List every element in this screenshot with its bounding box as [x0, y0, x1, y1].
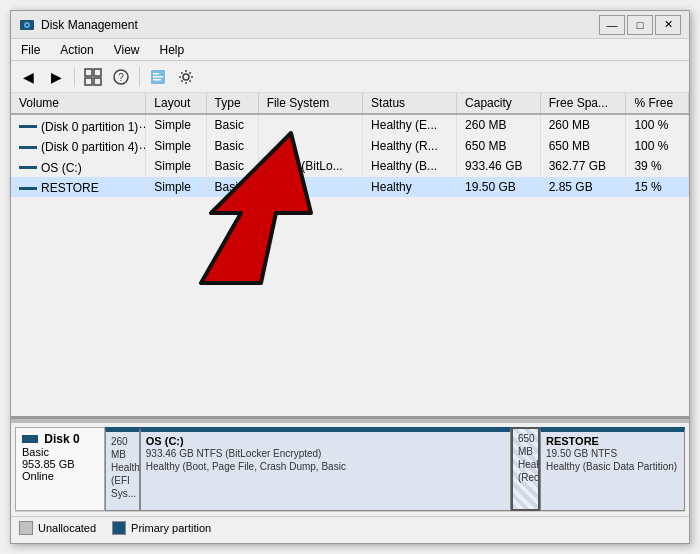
cell-status: Healthy (E...	[363, 114, 457, 136]
content-area: Volume Layout Type File System Status Ca…	[11, 93, 689, 543]
view-button[interactable]	[80, 64, 106, 90]
table-row[interactable]: (Disk 0 partition 1)SimpleBasicHealthy (…	[11, 114, 689, 136]
disk-row: Disk 0 Basic 953.85 GB Online 260 MBHeal…	[15, 427, 685, 512]
partition-restore[interactable]: RESTORE19.50 GB NTFSHealthy (Basic Data …	[540, 427, 685, 511]
disk-table: Volume Layout Type File System Status Ca…	[11, 93, 689, 197]
partition-name-os: OS (C:)	[146, 435, 505, 447]
partition-name-restore: RESTORE	[546, 435, 679, 447]
settings-button[interactable]	[173, 64, 199, 90]
cell-type: Basic	[206, 156, 258, 177]
disk-label-title: Disk 0	[22, 432, 98, 446]
partition-detail2-restore: Healthy (Basic Data Partition)	[546, 460, 679, 473]
app-icon	[19, 17, 35, 33]
cell-type: Basic	[206, 177, 258, 198]
partition-detail1-restore: 19.50 GB NTFS	[546, 447, 679, 460]
disk-size: 953.85 GB	[22, 458, 98, 470]
primary-swatch	[112, 521, 126, 535]
cell-type: Basic	[206, 136, 258, 157]
partition-detail2-os: Healthy (Boot, Page File, Crash Dump, Ba…	[146, 460, 505, 473]
col-pctfree[interactable]: % Free	[626, 93, 689, 114]
cell-layout: Simple	[146, 177, 206, 198]
disk-label-box: Disk 0 Basic 953.85 GB Online	[15, 427, 105, 511]
gear-icon	[177, 68, 195, 86]
table-row[interactable]: RESTORESimpleBasicNTFSHealthy19.50 GB2.8…	[11, 177, 689, 198]
minimize-button[interactable]: —	[599, 15, 625, 35]
col-type[interactable]: Type	[206, 93, 258, 114]
partition-detail2-efi: Healthy (EFI Sys...	[111, 461, 134, 500]
legend-primary: Primary partition	[112, 521, 211, 535]
col-free[interactable]: Free Spa...	[540, 93, 626, 114]
partition-recovery[interactable]: 650 MBHealthy (Recovery	[511, 427, 540, 511]
svg-rect-6	[94, 78, 101, 85]
menu-action[interactable]: Action	[50, 41, 103, 59]
cell-pctfree: 100 %	[626, 114, 689, 136]
table-container: Volume Layout Type File System Status Ca…	[11, 93, 689, 197]
legend-unallocated: Unallocated	[19, 521, 96, 535]
partition-detail1-efi: 260 MB	[111, 435, 134, 461]
cell-status: Healthy (R...	[363, 136, 457, 157]
cell-filesystem: NTFS (BitLo...	[258, 156, 362, 177]
disk-partitions: 260 MBHealthy (EFI Sys...OS (C:)933.46 G…	[105, 427, 685, 511]
partition-efi[interactable]: 260 MBHealthy (EFI Sys...	[105, 427, 140, 511]
top-pane: Volume Layout Type File System Status Ca…	[11, 93, 689, 419]
cell-capacity: 933.46 GB	[457, 156, 541, 177]
svg-rect-5	[85, 78, 92, 85]
disk-table-body: (Disk 0 partition 1)SimpleBasicHealthy (…	[11, 114, 689, 197]
disk-state: Online	[22, 470, 98, 482]
col-capacity[interactable]: Capacity	[457, 93, 541, 114]
menu-bar: File Action View Help	[11, 39, 689, 61]
toolbar-separator-2	[139, 67, 140, 87]
col-layout[interactable]: Layout	[146, 93, 206, 114]
cell-layout: Simple	[146, 136, 206, 157]
cell-layout: Simple	[146, 156, 206, 177]
properties-icon	[149, 68, 167, 86]
view-icon	[84, 68, 102, 86]
svg-rect-3	[85, 69, 92, 76]
title-bar-left: Disk Management	[19, 17, 138, 33]
svg-point-2	[26, 23, 28, 25]
partition-os[interactable]: OS (C:)933.46 GB NTFS (BitLocker Encrypt…	[140, 427, 511, 511]
title-bar: Disk Management — □ ✕	[11, 11, 689, 39]
toolbar: ◀ ▶ ?	[11, 61, 689, 93]
svg-rect-12	[153, 79, 161, 81]
back-button[interactable]: ◀	[15, 64, 41, 90]
window-title: Disk Management	[41, 18, 138, 32]
svg-rect-15	[22, 437, 38, 443]
unallocated-label: Unallocated	[38, 522, 96, 534]
close-button[interactable]: ✕	[655, 15, 681, 35]
legend-bar: Unallocated Primary partition	[11, 516, 689, 539]
cell-capacity: 650 MB	[457, 136, 541, 157]
cell-type: Basic	[206, 114, 258, 136]
cell-pctfree: 100 %	[626, 136, 689, 157]
svg-rect-16	[22, 435, 38, 437]
properties-button[interactable]	[145, 64, 171, 90]
disk-type: Basic	[22, 446, 98, 458]
help-icon: ?	[112, 68, 130, 86]
main-window: Disk Management — □ ✕ File Action View H…	[10, 10, 690, 544]
cell-filesystem	[258, 136, 362, 157]
menu-file[interactable]: File	[11, 41, 50, 59]
svg-rect-11	[153, 76, 163, 78]
cell-capacity: 260 MB	[457, 114, 541, 136]
cell-status: Healthy (B...	[363, 156, 457, 177]
forward-button[interactable]: ▶	[43, 64, 69, 90]
col-volume[interactable]: Volume	[11, 93, 146, 114]
menu-help[interactable]: Help	[150, 41, 195, 59]
col-filesystem[interactable]: File System	[258, 93, 362, 114]
cell-volume: (Disk 0 partition 1)	[11, 114, 146, 136]
unallocated-swatch	[19, 521, 33, 535]
cell-free: 650 MB	[540, 136, 626, 157]
cell-layout: Simple	[146, 114, 206, 136]
partition-detail2-recovery: Healthy (Recovery	[518, 458, 533, 484]
cell-volume: (Disk 0 partition 4)	[11, 136, 146, 157]
table-row[interactable]: OS (C:)SimpleBasicNTFS (BitLo...Healthy …	[11, 156, 689, 177]
svg-rect-10	[153, 73, 159, 75]
svg-text:?: ?	[118, 72, 124, 83]
help-button[interactable]: ?	[108, 64, 134, 90]
col-status[interactable]: Status	[363, 93, 457, 114]
maximize-button[interactable]: □	[627, 15, 653, 35]
cell-pctfree: 39 %	[626, 156, 689, 177]
menu-view[interactable]: View	[104, 41, 150, 59]
partition-detail1-recovery: 650 MB	[518, 432, 533, 458]
table-row[interactable]: (Disk 0 partition 4)SimpleBasicHealthy (…	[11, 136, 689, 157]
